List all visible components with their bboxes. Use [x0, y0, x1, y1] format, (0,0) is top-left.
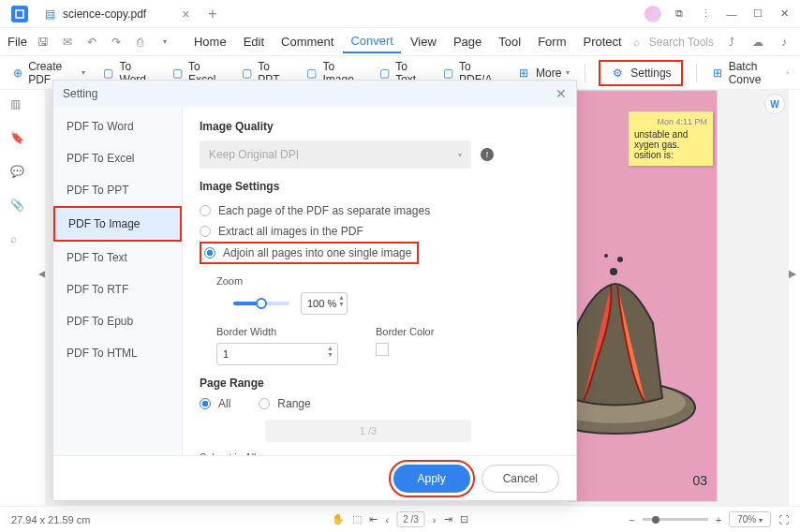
sidebar-item-html[interactable]: PDF To HTML: [53, 337, 182, 369]
fullscreen-icon[interactable]: ⛶: [778, 514, 789, 525]
excel-icon: ▢: [171, 66, 184, 81]
zoom-out-icon[interactable]: −: [629, 514, 634, 525]
batch-icon: ⊞: [711, 66, 723, 81]
sidebar-item-image[interactable]: PDF To Image: [53, 206, 182, 242]
menu-tool[interactable]: Tool: [491, 31, 528, 52]
zoom-select[interactable]: 70% ▾: [729, 511, 771, 527]
border-width-input[interactable]: 1▲▼: [216, 343, 338, 365]
search-rail-icon[interactable]: ⌕: [10, 232, 27, 249]
radio-all-pages[interactable]: All: [200, 397, 230, 410]
page-range-label: Page Range: [200, 377, 559, 390]
zoom-slider[interactable]: [233, 302, 289, 305]
info-icon[interactable]: !: [481, 148, 494, 161]
word-icon: ▢: [102, 66, 114, 81]
bookmark-icon[interactable]: 🔖: [10, 131, 27, 148]
document-tab[interactable]: ▤ science-copy.pdf ×: [36, 3, 199, 25]
page-number: 03: [692, 473, 707, 488]
hand-tool-icon[interactable]: ✋: [332, 513, 345, 525]
menu-view[interactable]: View: [403, 31, 444, 52]
image-quality-label: Image Quality: [200, 120, 559, 133]
sidebar-item-word[interactable]: PDF To Word: [53, 111, 182, 142]
ppt-icon: ▢: [241, 66, 253, 81]
minimize-icon[interactable]: —: [719, 2, 744, 26]
page-dimensions: 27.94 x 21.59 cm: [11, 514, 90, 525]
tab-filename: science-copy.pdf: [63, 7, 146, 21]
radio-extract-images[interactable]: Extract all images in the PDF: [200, 221, 559, 242]
undo-icon[interactable]: ↶: [83, 34, 100, 51]
share-icon[interactable]: ⧉: [667, 2, 691, 26]
radio-range[interactable]: Range: [259, 397, 310, 410]
menu-convert[interactable]: Convert: [343, 30, 401, 53]
zoom-spinner[interactable]: 100 %▲▼: [301, 292, 348, 315]
svg-point-4: [617, 257, 623, 262]
file-menu[interactable]: File: [7, 35, 27, 49]
select-tool-icon[interactable]: ⬚: [352, 513, 362, 525]
modal-close-icon[interactable]: ✕: [556, 86, 567, 101]
next-icon[interactable]: ›: [433, 514, 437, 525]
first-page-icon[interactable]: ⇤: [369, 513, 378, 525]
redo-icon[interactable]: ↷: [108, 34, 125, 51]
gear-icon: ⚙: [610, 66, 625, 81]
cloud-icon[interactable]: ☁: [749, 34, 766, 51]
fit-icon[interactable]: ⊡: [460, 513, 468, 525]
sidebar-item-rtf[interactable]: PDF To RTF: [53, 273, 182, 305]
kebab-icon[interactable]: ⋮: [693, 2, 718, 26]
svg-point-3: [610, 268, 617, 275]
apply-button[interactable]: Apply: [393, 465, 470, 493]
cancel-button[interactable]: Cancel: [481, 465, 559, 493]
print-icon[interactable]: ⎙: [132, 34, 149, 51]
menu-protect[interactable]: Protect: [575, 31, 629, 52]
radio-separate-images[interactable]: Each page of the PDF as separate images: [200, 200, 559, 221]
pdf-icon: ▤: [45, 7, 55, 21]
mail-icon[interactable]: ✉: [59, 34, 76, 51]
close-window-icon[interactable]: ✕: [772, 2, 796, 26]
sidebar-item-ppt[interactable]: PDF To PPT: [53, 174, 182, 206]
word-badge-icon[interactable]: W: [764, 94, 785, 114]
image-settings-label: Image Settings: [200, 180, 559, 193]
print-dropdown-icon[interactable]: ▾: [156, 34, 173, 51]
search-tools-placeholder[interactable]: Search Tools: [649, 36, 714, 49]
ai-icon[interactable]: [644, 6, 661, 22]
attachment-icon[interactable]: 📎: [10, 199, 27, 215]
page-indicator[interactable]: 2 /3: [396, 511, 425, 527]
menu-page[interactable]: Page: [446, 31, 489, 52]
prev-icon[interactable]: ‹: [385, 514, 389, 525]
zoom-in-icon[interactable]: +: [716, 514, 721, 525]
svg-rect-0: [16, 10, 23, 18]
menu-comment[interactable]: Comment: [274, 31, 341, 52]
last-page-icon[interactable]: ⇥: [444, 513, 452, 525]
search-icon[interactable]: ⌕: [633, 36, 640, 49]
zoom-label: Zoom: [216, 275, 559, 287]
plus-icon: ⊕: [11, 66, 23, 81]
add-tab-icon[interactable]: +: [208, 6, 216, 22]
sidebar-item-epub[interactable]: PDF To Epub: [53, 305, 182, 337]
pdfa-icon: ▢: [442, 66, 454, 81]
sticky-timestamp: Mon 4:11 PM: [634, 117, 707, 126]
maximize-icon[interactable]: ☐: [746, 2, 770, 26]
svg-point-5: [604, 254, 608, 258]
border-width-label: Border Width: [216, 326, 338, 337]
save-icon[interactable]: 🖫: [35, 34, 52, 51]
menu-edit[interactable]: Edit: [236, 31, 272, 52]
text-icon: ▢: [378, 66, 391, 81]
upload-icon[interactable]: ⤴: [723, 34, 740, 51]
menu-home[interactable]: Home: [186, 31, 234, 52]
radio-adjoin-pages[interactable]: Adjoin all pages into one single image: [204, 246, 411, 259]
sticky-note: Mon 4:11 PM unstable and xygen gas. osit…: [629, 111, 713, 166]
settings-button[interactable]: ⚙Settings: [599, 60, 682, 86]
sidebar-item-excel[interactable]: PDF To Excel: [53, 142, 182, 174]
modal-title: Setting: [63, 87, 97, 100]
menu-form[interactable]: Form: [530, 31, 573, 52]
sidebar-item-text[interactable]: PDF To Text: [53, 242, 182, 273]
batch-convert-button[interactable]: ⊞Batch Conve›: [709, 56, 791, 90]
modal-sidebar: PDF To Word PDF To Excel PDF To PPT PDF …: [53, 107, 183, 455]
border-color-picker[interactable]: [376, 343, 389, 356]
app-icon: [11, 6, 28, 22]
image-icon: ▢: [305, 66, 318, 81]
close-tab-icon[interactable]: ×: [182, 7, 189, 22]
headset-icon[interactable]: ♪: [776, 34, 793, 51]
thumbnails-icon[interactable]: ▥: [10, 97, 27, 114]
zoom-slider-status[interactable]: [643, 518, 708, 521]
dpi-select[interactable]: Keep Original DPI▾: [200, 140, 471, 169]
comment-icon[interactable]: 💬: [10, 165, 27, 182]
